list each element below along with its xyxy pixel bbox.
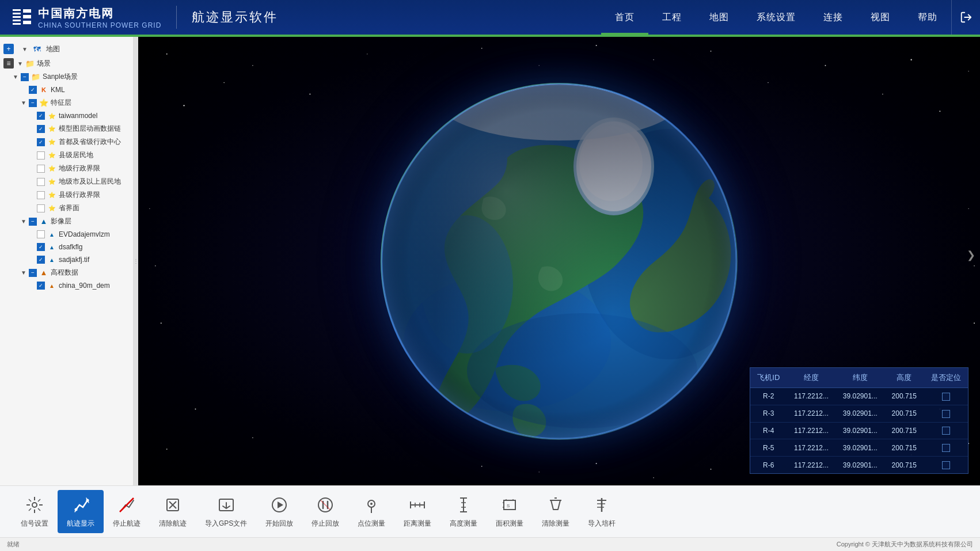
feature-check[interactable]	[29, 99, 37, 107]
nav-item-connect[interactable]: 连接	[810, 0, 857, 35]
map-toggle[interactable]: ▼	[21, 45, 29, 53]
nav-item-project[interactable]: 工程	[648, 0, 696, 35]
nav-item-map[interactable]: 地图	[696, 0, 743, 35]
dsafkflg-check[interactable]	[37, 243, 45, 251]
aircraft-data-table: 飞机ID 经度 纬度 高度 是否定位 R-2 117.2212... 39.02…	[750, 367, 968, 474]
svg-point-58	[32, 503, 37, 507]
toolbar-start-playback[interactable]: 开始回放	[256, 490, 302, 533]
taiwanmodel-item[interactable]: ⭐ taiwanmodel	[0, 109, 133, 122]
elevation-folder[interactable]: ▼ ▲ 高程数据	[0, 266, 133, 279]
feature-icon: ⭐	[39, 98, 48, 108]
sanple-toggle[interactable]: ▼	[12, 73, 20, 81]
kml-item[interactable]: K KML	[0, 83, 133, 96]
scene-folder[interactable]: ≡ ▼ 📁 场景	[0, 56, 133, 70]
sidebar-map-header[interactable]: + ▼ 🗺 地图	[0, 41, 133, 56]
nav-menu: 首页 工程 地图 系统设置 连接 视图 帮助	[601, 0, 980, 35]
clear-measure-label: 清除测量	[542, 519, 569, 529]
svg-rect-1	[13, 13, 21, 14]
sadjakfj-item[interactable]: ▲ sadjakfj.tif	[0, 253, 133, 266]
feature-layer-folder[interactable]: ▼ ⭐ 特征层	[0, 96, 133, 109]
toolbar-signal-settings[interactable]: 信号设置	[12, 490, 58, 533]
toolbar-import-gps[interactable]: 导入GPS文件	[196, 490, 256, 533]
start-playback-label: 开始回放	[265, 519, 293, 529]
kml-toggle	[20, 86, 28, 94]
cell-lat: 39.02901...	[835, 405, 884, 422]
3d-globe[interactable]	[381, 83, 738, 440]
elev-check[interactable]	[29, 269, 37, 277]
toolbar-import-pole[interactable]: 导入培杆	[579, 490, 625, 533]
kml-check[interactable]	[29, 86, 37, 94]
county-boundary-check[interactable]	[37, 191, 45, 199]
china-dem-item[interactable]: ▲ china_90m_dem	[0, 279, 133, 292]
city-res-check[interactable]	[37, 178, 45, 186]
toolbar-clear-track[interactable]: 清除航迹	[150, 490, 196, 533]
taiwanmodel-check[interactable]	[37, 112, 45, 120]
district-boundary-label: 地级行政界限	[59, 164, 100, 173]
toolbar-point-measure[interactable]: 点位测量	[348, 490, 394, 533]
evd-check[interactable]	[37, 230, 45, 238]
logo-brand: 中国南方电网 CHINA SOUTHERN POWER GRID	[38, 6, 161, 29]
elev-toggle[interactable]: ▼	[20, 269, 28, 277]
county-res-check[interactable]	[37, 151, 45, 159]
province-boundary-icon: ⭐	[47, 204, 56, 213]
cell-lat: 39.02901...	[835, 422, 884, 439]
toolbar-area-measure[interactable]: S 面积测量	[487, 490, 533, 533]
scene-toggle[interactable]: ▼	[16, 59, 24, 67]
evd-label: EVDadajemvlzm	[59, 230, 110, 238]
district-boundary-item[interactable]: ⭐ 地级行政界限	[0, 162, 133, 175]
app-title: 航迹显示软件	[192, 9, 278, 26]
image-check[interactable]	[29, 218, 37, 226]
county-boundary-label: 县级行政界限	[59, 190, 100, 200]
capital-item[interactable]: ⭐ 首都及省级行政中心	[0, 135, 133, 149]
toolbar-stop-track[interactable]: 停止航迹	[104, 490, 150, 533]
province-boundary-item[interactable]: ⭐ 省界面	[0, 202, 133, 215]
stop-playback-label: 停止回放	[312, 519, 339, 529]
cell-id: R-3	[750, 405, 787, 422]
kml-label: KML	[51, 86, 65, 94]
model-anim-check[interactable]	[37, 125, 45, 133]
toolbar-track-display[interactable]: 航迹显示	[58, 490, 104, 533]
dsafkflg-icon: ▲	[47, 242, 56, 252]
china-dem-label: china_90m_dem	[59, 282, 110, 290]
sidebar-resize-handle[interactable]: ⋮	[134, 37, 138, 485]
main-content: + ▼ 🗺 地图 ≡ ▼ 📁 场景 ▼ 📁 Sanple场景 K KML	[0, 37, 980, 485]
county-res-item[interactable]: ⭐ 县级居民地	[0, 149, 133, 162]
image-layer-folder[interactable]: ▼ ▲ 影像层	[0, 215, 133, 228]
toolbar-stop-playback[interactable]: 停止回放	[302, 490, 348, 533]
toolbar-distance-measure[interactable]: 距离测量	[394, 490, 440, 533]
svg-point-55	[382, 84, 736, 439]
add-map-button[interactable]: +	[3, 44, 14, 54]
nav-item-help[interactable]: 帮助	[904, 0, 951, 35]
cell-lon: 117.2212...	[787, 387, 836, 405]
evd-icon: ▲	[47, 230, 56, 239]
capital-check[interactable]	[37, 138, 45, 146]
china-dem-check[interactable]	[37, 282, 45, 290]
table-row: R-3 117.2212... 39.02901... 200.715	[750, 405, 968, 422]
nav-item-view[interactable]: 视图	[857, 0, 904, 35]
dsafkflg-item[interactable]: ▲ dsafkflg	[0, 241, 133, 253]
province-boundary-check[interactable]	[37, 204, 45, 212]
evd-item[interactable]: ▲ EVDadajemvlzm	[0, 228, 133, 241]
nav-item-home[interactable]: 首页	[601, 0, 648, 35]
capital-icon: ⭐	[47, 138, 56, 147]
sanple-scene-folder[interactable]: ▼ 📁 Sanple场景	[0, 70, 133, 83]
sadjakfj-check[interactable]	[37, 256, 45, 264]
add-scene-button[interactable]: ≡	[3, 58, 14, 69]
nav-item-settings[interactable]: 系统设置	[743, 0, 810, 35]
county-boundary-item[interactable]: ⭐ 县级行政界限	[0, 188, 133, 202]
signal-settings-icon	[24, 495, 45, 515]
image-toggle[interactable]: ▼	[20, 218, 28, 226]
cell-alt: 200.715	[884, 387, 924, 405]
map-view[interactable]: 飞机ID 经度 纬度 高度 是否定位 R-2 117.2212... 39.02…	[138, 37, 980, 485]
model-anim-item[interactable]: ⭐ 模型图层动画数据链	[0, 122, 133, 135]
cell-alt: 200.715	[884, 422, 924, 439]
toolbar-height-measure[interactable]: 高度测量	[440, 490, 487, 533]
company-name: 中国南方电网	[38, 6, 161, 21]
scroll-down-arrow[interactable]: ❯	[967, 249, 975, 261]
district-boundary-check[interactable]	[37, 165, 45, 173]
city-res-item[interactable]: ⭐ 地级市及以上居民地	[0, 175, 133, 188]
toolbar-clear-measure[interactable]: 清除测量	[533, 490, 579, 533]
feature-toggle[interactable]: ▼	[20, 99, 28, 107]
sanple-check[interactable]	[21, 73, 29, 81]
logout-button[interactable]	[951, 0, 980, 35]
